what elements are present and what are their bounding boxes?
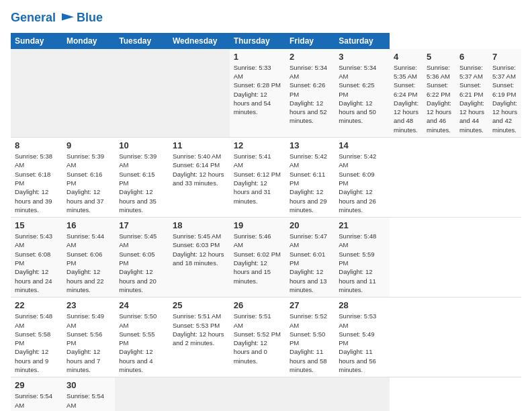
day-number: 2 [290, 52, 330, 62]
week-row-0: 1Sunrise: 5:33 AMSunset: 6:28 PMDaylight… [11, 49, 521, 138]
day-info: Sunrise: 5:40 AMSunset: 6:14 PMDaylight:… [173, 152, 224, 187]
calendar-header: General Blue [11, 11, 521, 25]
calendar-cell: 30Sunrise: 5:54 AMSunset: 5:46 PMDayligh… [62, 377, 115, 411]
day-info: Sunrise: 5:39 AMSunset: 6:16 PMDaylight:… [66, 152, 104, 214]
calendar-cell [335, 377, 390, 411]
day-number: 3 [339, 52, 386, 62]
day-number: 17 [119, 220, 165, 230]
calendar-cell: 12Sunrise: 5:41 AMSunset: 6:12 PMDayligh… [230, 138, 285, 218]
calendar-table: SundayMondayTuesdayWednesdayThursdayFrid… [11, 33, 521, 411]
calendar-cell: 1Sunrise: 5:33 AMSunset: 6:28 PMDaylight… [230, 49, 285, 138]
day-info: Sunrise: 5:42 AMSunset: 6:11 PMDaylight:… [290, 152, 327, 214]
day-number: 18 [173, 220, 226, 230]
calendar-cell [115, 49, 169, 138]
calendar-cell: 9Sunrise: 5:39 AMSunset: 6:16 PMDaylight… [62, 138, 115, 218]
day-number: 12 [234, 140, 281, 150]
calendar-cell: 8Sunrise: 5:38 AMSunset: 6:18 PMDaylight… [11, 138, 62, 218]
day-number: 6 [459, 52, 484, 62]
week-row-3: 22Sunrise: 5:48 AMSunset: 5:58 PMDayligh… [11, 298, 521, 377]
calendar-cell: 5Sunrise: 5:36 AMSunset: 6:22 PMDaylight… [423, 49, 455, 138]
day-number: 26 [234, 300, 281, 310]
logo: General Blue [11, 11, 103, 25]
day-number: 16 [66, 220, 111, 230]
calendar-cell [285, 377, 335, 411]
day-info: Sunrise: 5:51 AMSunset: 5:52 PMDaylight:… [234, 312, 281, 364]
calendar-cell: 27Sunrise: 5:52 AMSunset: 5:50 PMDayligh… [285, 298, 335, 377]
week-row-1: 8Sunrise: 5:38 AMSunset: 6:18 PMDaylight… [11, 138, 521, 218]
day-header-saturday: Saturday [335, 33, 390, 49]
calendar-cell: 19Sunrise: 5:46 AMSunset: 6:02 PMDayligh… [230, 218, 285, 298]
calendar-container: General Blue SundayMondayTuesdayWednesda… [0, 0, 532, 411]
day-number: 8 [15, 140, 58, 150]
day-info: Sunrise: 5:48 AMSunset: 5:58 PMDaylight:… [15, 312, 52, 373]
week-row-4: 29Sunrise: 5:54 AMSunset: 5:48 PMDayligh… [11, 377, 521, 411]
calendar-cell: 7Sunrise: 5:37 AMSunset: 6:19 PMDaylight… [488, 49, 521, 138]
calendar-cell: 28Sunrise: 5:53 AMSunset: 5:49 PMDayligh… [335, 298, 390, 377]
day-header-thursday: Thursday [230, 33, 285, 49]
calendar-cell: 23Sunrise: 5:49 AMSunset: 5:56 PMDayligh… [62, 298, 115, 377]
day-info: Sunrise: 5:44 AMSunset: 6:06 PMDaylight:… [66, 232, 104, 293]
day-number: 5 [427, 52, 451, 62]
day-number: 25 [173, 300, 226, 310]
day-number: 11 [173, 140, 226, 150]
calendar-cell [230, 377, 285, 411]
calendar-cell: 13Sunrise: 5:42 AMSunset: 6:11 PMDayligh… [285, 138, 335, 218]
logo-text-general: General [11, 11, 56, 24]
day-header-friday: Friday [285, 33, 335, 49]
day-header-monday: Monday [62, 33, 115, 49]
day-info: Sunrise: 5:34 AMSunset: 6:25 PMDaylight:… [339, 64, 376, 125]
calendar-cell: 16Sunrise: 5:44 AMSunset: 6:06 PMDayligh… [62, 218, 115, 298]
calendar-cell: 2Sunrise: 5:34 AMSunset: 6:26 PMDaylight… [285, 49, 335, 138]
calendar-cell: 20Sunrise: 5:47 AMSunset: 6:01 PMDayligh… [285, 218, 335, 298]
calendar-cell [115, 377, 169, 411]
day-info: Sunrise: 5:53 AMSunset: 5:49 PMDaylight:… [339, 312, 376, 373]
day-info: Sunrise: 5:52 AMSunset: 5:50 PMDaylight:… [290, 312, 327, 373]
day-number: 22 [15, 300, 58, 310]
svg-marker-0 [62, 13, 74, 21]
day-info: Sunrise: 5:54 AMSunset: 5:48 PMDaylight:… [15, 392, 52, 411]
day-number: 19 [234, 220, 281, 230]
day-header-sunday: Sunday [11, 33, 62, 49]
day-info: Sunrise: 5:38 AMSunset: 6:18 PMDaylight:… [15, 152, 52, 214]
day-number: 21 [339, 220, 386, 230]
day-number: 27 [290, 300, 330, 310]
day-info: Sunrise: 5:49 AMSunset: 5:56 PMDaylight:… [66, 312, 104, 373]
day-info: Sunrise: 5:50 AMSunset: 5:55 PMDaylight:… [119, 312, 157, 373]
day-info: Sunrise: 5:37 AMSunset: 6:19 PMDaylight:… [492, 64, 517, 134]
day-info: Sunrise: 5:35 AMSunset: 6:24 PMDaylight:… [394, 64, 418, 134]
calendar-cell: 18Sunrise: 5:45 AMSunset: 6:03 PMDayligh… [169, 218, 230, 298]
day-number: 20 [290, 220, 330, 230]
day-info: Sunrise: 5:45 AMSunset: 6:03 PMDaylight:… [173, 232, 224, 267]
logo-text-blue: Blue [77, 11, 103, 25]
calendar-cell: 22Sunrise: 5:48 AMSunset: 5:58 PMDayligh… [11, 298, 62, 377]
calendar-cell: 4Sunrise: 5:35 AMSunset: 6:24 PMDaylight… [390, 49, 423, 138]
calendar-cell [169, 377, 230, 411]
day-number: 23 [66, 300, 111, 310]
day-number: 4 [394, 52, 418, 62]
day-number: 13 [290, 140, 330, 150]
day-number: 15 [15, 220, 58, 230]
day-number: 10 [119, 140, 165, 150]
day-info: Sunrise: 5:36 AMSunset: 6:22 PMDaylight:… [427, 64, 451, 134]
calendar-cell: 6Sunrise: 5:37 AMSunset: 6:21 PMDaylight… [455, 49, 488, 138]
days-header-row: SundayMondayTuesdayWednesdayThursdayFrid… [11, 33, 521, 49]
calendar-cell: 10Sunrise: 5:39 AMSunset: 6:15 PMDayligh… [115, 138, 169, 218]
day-info: Sunrise: 5:33 AMSunset: 6:28 PMDaylight:… [234, 64, 281, 116]
logo-flag-icon [60, 12, 75, 24]
calendar-cell: 15Sunrise: 5:43 AMSunset: 6:08 PMDayligh… [11, 218, 62, 298]
day-info: Sunrise: 5:34 AMSunset: 6:26 PMDaylight:… [290, 64, 327, 125]
day-info: Sunrise: 5:37 AMSunset: 6:21 PMDaylight:… [459, 64, 484, 134]
calendar-cell: 21Sunrise: 5:48 AMSunset: 5:59 PMDayligh… [335, 218, 390, 298]
day-info: Sunrise: 5:54 AMSunset: 5:46 PMDaylight:… [66, 392, 104, 411]
calendar-cell: 17Sunrise: 5:45 AMSunset: 6:05 PMDayligh… [115, 218, 169, 298]
calendar-cell [62, 49, 115, 138]
calendar-cell: 26Sunrise: 5:51 AMSunset: 5:52 PMDayligh… [230, 298, 285, 377]
day-number: 9 [66, 140, 111, 150]
day-number: 30 [66, 380, 111, 390]
day-info: Sunrise: 5:47 AMSunset: 6:01 PMDaylight:… [290, 232, 327, 293]
calendar-cell: 14Sunrise: 5:42 AMSunset: 6:09 PMDayligh… [335, 138, 390, 218]
day-number: 7 [492, 52, 517, 62]
day-header-tuesday: Tuesday [115, 33, 169, 49]
week-row-2: 15Sunrise: 5:43 AMSunset: 6:08 PMDayligh… [11, 218, 521, 298]
day-info: Sunrise: 5:43 AMSunset: 6:08 PMDaylight:… [15, 232, 52, 293]
